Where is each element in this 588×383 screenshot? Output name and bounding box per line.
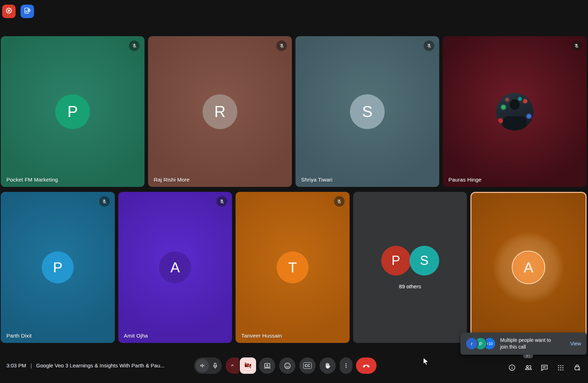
recording-indicator [2,5,16,18]
call-controls: CC [194,357,377,374]
participant-tile[interactable]: PPocket FM Marketing [1,36,145,187]
avatar: P [42,251,74,283]
meeting-title: Google Veo 3 Learnings & Insights With P… [36,362,165,368]
participant-tile[interactable]: A [470,192,587,343]
meet-call-screen: PPocket FM Marketing RRaj Rishi More SSh… [0,0,588,383]
chat-icon [540,363,549,373]
participant-name: Raj Rishi More [154,177,190,183]
avatar: A [159,251,191,283]
activities-button[interactable] [553,361,569,375]
info-icon [508,363,516,373]
end-call-button[interactable] [356,357,377,374]
avatar: R [203,94,237,129]
avatar: P [55,94,90,129]
chevron-up-icon [229,362,236,370]
participant-tile[interactable]: PParth Dixit [1,192,115,343]
photo-body [503,116,526,131]
bottom-control-bar: 3:03 PM | Google Veo 3 Learnings & Insig… [0,350,588,383]
join-request-avatars: rP+10 [465,337,496,350]
record-icon [5,6,13,16]
participant-tile[interactable]: TTanveer Hussain [236,192,350,343]
smiley-icon [283,362,292,370]
more-options-button[interactable] [340,357,352,374]
participant-name: Tanveer Hussain [241,333,282,339]
host-controls-lock-icon [573,363,582,373]
photo-head [510,99,520,110]
clock-and-title: 3:03 PM | Google Veo 3 Learnings & Insig… [6,362,165,368]
more-options-icon [343,362,350,369]
mic-muted-icon [571,40,582,51]
captions-icon: CC [303,362,312,369]
apps-grid-icon [557,364,565,373]
participant-name: Parth Dixit [6,333,32,339]
mic-muted-icon [129,40,140,51]
others-summary: PS89 others [381,246,439,289]
join-request-line1: Multiple people want to [500,337,551,343]
notes-mic-icon [23,6,32,16]
participant-grid-row-1: PPocket FM Marketing RRaj Rishi More SSh… [1,36,587,187]
join-request-line2: join this call [500,344,526,350]
people-panel-button[interactable]: 97 [520,361,536,375]
raise-hand-button[interactable] [320,357,336,374]
smart-notes-indicator[interactable] [21,5,34,18]
camera-off-button[interactable] [240,357,256,374]
participant-name: Amit Ojha [124,333,148,339]
view-join-requests-button[interactable]: View [570,341,581,346]
participant-name: Pocket FM Marketing [6,177,58,183]
participant-photo-avatar [496,93,533,131]
people-icon [524,363,533,373]
participant-grid-row-2: PParth Dixit AAmit Ojha TTanveer Hussain… [1,192,587,343]
join-request-text: Multiple people want to join this call [500,337,567,350]
reactions-button[interactable] [279,357,295,374]
join-request-popup: rP+10 Multiple people want to join this … [460,333,587,355]
current-time: 3:03 PM [6,362,26,368]
participant-name: Pauras Hinge [448,177,481,183]
avatar: T [277,251,309,283]
participant-tile[interactable]: AAmit Ojha [118,192,232,343]
participant-tile[interactable]: RRaj Rishi More [148,36,292,187]
mic-muted-icon [216,196,227,207]
separator: | [30,362,32,368]
mouse-cursor [422,357,430,369]
present-screen-button[interactable] [259,357,275,374]
avatar: S [409,246,439,276]
camera-options-chevron[interactable] [226,357,239,374]
participant-tile[interactable]: SShriya Tiwari [295,36,439,187]
end-call-icon [362,361,371,370]
others-avatars: PS [381,246,439,276]
captions-button[interactable]: CC [299,357,316,374]
camera-off-icon [244,361,252,371]
camera-control-group [226,357,256,374]
chat-panel-button[interactable] [536,361,553,375]
avatar: S [350,94,385,129]
meeting-details-button[interactable] [504,361,520,375]
audio-level-icon [196,359,209,372]
host-controls-button[interactable] [569,361,585,375]
mic-muted-icon [424,40,434,51]
participant-tile[interactable]: Pauras Hinge [443,36,587,187]
participant-name: Shriya Tiwari [301,177,332,183]
join-request-avatar: r [465,337,478,350]
mic-muted-icon [99,196,110,207]
mic-icon [209,362,221,370]
others-count-label: 89 others [399,283,421,289]
mic-muted-icon [334,196,345,207]
present-screen-icon [263,362,271,370]
avatar: P [381,246,411,276]
microphone-button[interactable] [194,357,222,374]
panel-controls: 97 [504,361,585,375]
raise-hand-icon [324,362,332,370]
participant-tile[interactable]: PS89 others [353,192,467,343]
mic-muted-icon [276,40,287,51]
speaking-glow [493,232,564,303]
